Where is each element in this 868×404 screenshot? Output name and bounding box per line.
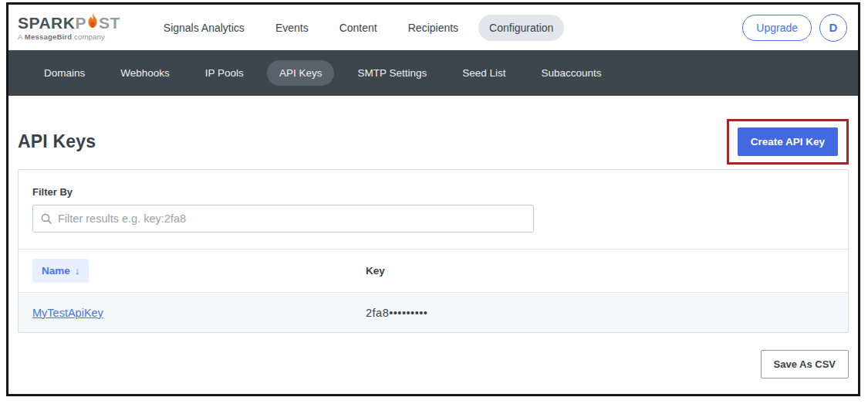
filter-input-container[interactable] <box>32 205 534 233</box>
logo-wordmark: SPARKPST <box>18 15 120 31</box>
table-row: MyTestApiKey 2fa8••••••••• <box>19 292 848 332</box>
name-sort-button[interactable]: Name ↓ <box>32 259 89 283</box>
subnav-item-subaccounts[interactable]: Subaccounts <box>529 60 614 86</box>
sort-descending-icon: ↓ <box>75 265 80 277</box>
tagline-prefix: A <box>18 32 25 41</box>
filter-input[interactable] <box>58 212 525 225</box>
nav-item-recipients[interactable]: Recipients <box>397 15 469 41</box>
subnav-item-smtp-settings[interactable]: SMTP Settings <box>345 60 439 86</box>
masked-key-value: 2fa8••••••••• <box>366 307 427 319</box>
main-content: API Keys Create API Key Filter By Name <box>8 119 858 379</box>
api-key-name-link[interactable]: MyTestApiKey <box>32 307 103 319</box>
tagline-brand: MessageBird <box>25 32 72 41</box>
page-title: API Keys <box>18 131 96 152</box>
table-header-row: Name ↓ Key <box>19 250 848 292</box>
nav-item-events[interactable]: Events <box>265 15 319 41</box>
logo-tagline: A MessageBird company <box>18 33 120 41</box>
nav-item-configuration[interactable]: Configuration <box>478 15 564 41</box>
subnav-item-ip-pools[interactable]: IP Pools <box>193 60 256 86</box>
filter-by-label: Filter By <box>32 186 834 198</box>
configuration-subnav: Domains Webhooks IP Pools API Keys SMTP … <box>8 50 858 96</box>
nav-item-content[interactable]: Content <box>329 15 388 41</box>
nav-item-signals-analytics[interactable]: Signals Analytics <box>153 15 255 41</box>
header-actions: Upgrade D <box>742 14 847 42</box>
save-as-csv-button[interactable]: Save As CSV <box>761 350 849 379</box>
create-api-key-button[interactable]: Create API Key <box>738 127 838 156</box>
filter-section: Filter By <box>19 170 848 250</box>
name-cell: MyTestApiKey <box>32 306 366 320</box>
top-header: SPARKPST A MessageBird company Signals A… <box>8 5 858 50</box>
page-title-row: API Keys Create API Key <box>18 119 849 165</box>
tagline-suffix: company <box>72 32 105 41</box>
table-footer-actions: Save As CSV <box>18 350 849 379</box>
name-column-label: Name <box>42 265 70 277</box>
name-column-header-cell: Name ↓ <box>32 259 366 283</box>
subnav-item-api-keys[interactable]: API Keys <box>267 60 335 86</box>
annotation-highlight-box: Create API Key <box>727 119 849 165</box>
sparkpost-logo[interactable]: SPARKPST A MessageBird company <box>18 15 120 41</box>
key-column-header: Key <box>366 265 385 277</box>
upgrade-button[interactable]: Upgrade <box>742 15 812 41</box>
user-avatar[interactable]: D <box>819 14 847 42</box>
flame-icon <box>87 13 98 29</box>
api-keys-panel: Filter By Name ↓ Key <box>18 169 849 333</box>
logo-text-spark: SPARK <box>18 15 75 31</box>
primary-nav: Signals Analytics Events Content Recipie… <box>153 15 565 41</box>
subnav-item-webhooks[interactable]: Webhooks <box>108 60 182 86</box>
logo-text-st: ST <box>99 15 120 31</box>
subnav-item-seed-list[interactable]: Seed List <box>450 60 518 86</box>
search-icon <box>41 213 52 224</box>
app-window: SPARKPST A MessageBird company Signals A… <box>6 2 860 396</box>
subnav-item-domains[interactable]: Domains <box>32 60 97 86</box>
logo-text-p: P <box>75 15 86 31</box>
